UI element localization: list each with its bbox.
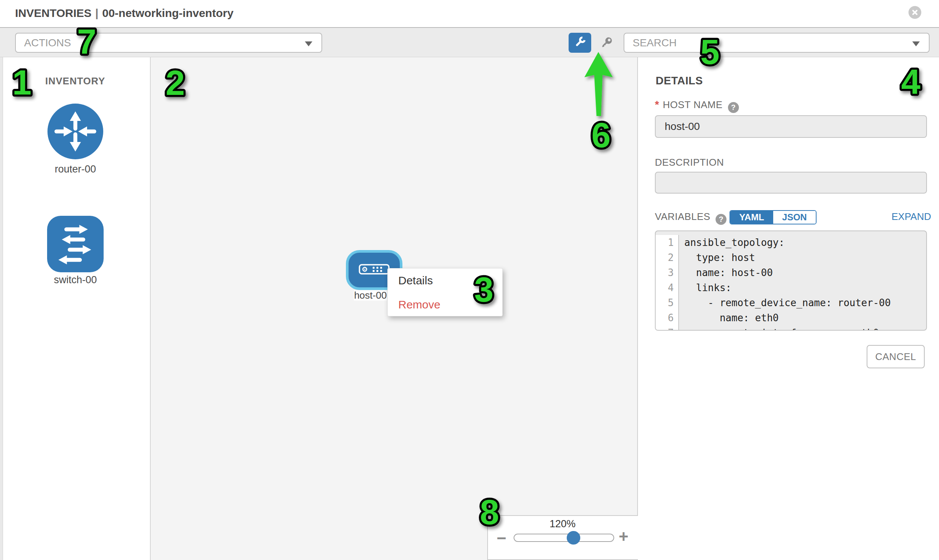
line-text: name: eth0: [679, 310, 779, 325]
line-text: links:: [679, 280, 731, 295]
code-line: 3 name: host-00: [656, 265, 926, 280]
line-number: 7: [656, 325, 679, 331]
sidebar-item-switch-label: switch-00: [45, 274, 105, 286]
cancel-button[interactable]: CANCEL: [867, 345, 925, 368]
variables-label-row: VARIABLES?: [655, 211, 726, 225]
context-menu: Details Remove: [387, 268, 503, 316]
switch-icon: [47, 267, 103, 274]
breadcrumb: INVENTORIES: [15, 7, 92, 19]
app-header: INVENTORIES|00-networking-inventory: [0, 0, 939, 28]
expand-link[interactable]: EXPAND: [891, 211, 931, 223]
key-icon: [598, 35, 614, 53]
help-icon[interactable]: ?: [715, 214, 726, 225]
search-dropdown[interactable]: SEARCH: [624, 33, 930, 53]
required-marker: *: [655, 98, 659, 110]
chevron-down-icon: [305, 42, 312, 46]
variables-label: VARIABLES: [655, 211, 710, 222]
toggle-json-button[interactable]: JSON: [773, 211, 816, 224]
sidebar-item-router[interactable]: [48, 103, 103, 161]
zoom-slider-track[interactable]: [513, 534, 614, 542]
code-line: 4 links:: [656, 280, 926, 295]
line-text: ansible_topology:: [679, 235, 785, 250]
sidebar-item-router-label: router-00: [45, 163, 105, 175]
line-text: type: host: [679, 250, 755, 265]
router-icon: [48, 154, 103, 160]
line-text: remote_interface_name: eth0: [679, 325, 879, 331]
zoom-out-button[interactable]: −: [496, 530, 506, 546]
left-edge-strip: [0, 57, 3, 560]
wrench-icon: [573, 35, 587, 51]
context-menu-item-details[interactable]: Details: [388, 269, 502, 292]
tools-button[interactable]: [569, 33, 591, 53]
line-number: 1: [656, 235, 679, 250]
zoom-percentage: 120%: [487, 518, 638, 530]
host-name-label-row: *HOST NAME?: [655, 98, 739, 113]
code-lines: 1ansible_topology: 2 type: host 3 name: …: [656, 231, 926, 331]
line-number: 4: [656, 280, 679, 295]
line-number: 3: [656, 265, 679, 280]
code-line: 7 remote_interface_name: eth0: [656, 325, 926, 331]
help-icon[interactable]: ?: [728, 102, 739, 113]
actions-dropdown-label: ACTIONS: [24, 37, 71, 49]
zoom-slider-thumb[interactable]: [567, 531, 580, 545]
description-label: DESCRIPTION: [655, 157, 724, 168]
chevron-down-icon: [912, 42, 920, 46]
host-node-label: host-00: [354, 290, 387, 300]
format-toggle: YAML JSON: [729, 210, 817, 225]
close-icon[interactable]: [908, 6, 921, 19]
line-text: name: host-00: [679, 265, 773, 280]
inventory-name: 00-networking-inventory: [102, 7, 233, 19]
line-text: - remote_device_name: router-00: [679, 295, 891, 310]
breadcrumb-separator: |: [92, 7, 102, 19]
toggle-yaml-button[interactable]: YAML: [730, 211, 773, 224]
code-line: 1ansible_topology:: [656, 235, 926, 250]
sidebar-title: INVENTORY: [45, 75, 105, 87]
host-name-label: HOST NAME: [663, 99, 723, 110]
sidebar-item-switch[interactable]: [47, 216, 103, 274]
line-number: 2: [656, 250, 679, 265]
code-line: 6 name: eth0: [656, 310, 926, 325]
key-button[interactable]: [597, 35, 615, 53]
line-number: 6: [656, 310, 679, 325]
line-number: 5: [656, 295, 679, 310]
variables-code-editor[interactable]: 1ansible_topology: 2 type: host 3 name: …: [655, 231, 927, 331]
host-name-input[interactable]: [655, 115, 927, 138]
page-title: INVENTORIES|00-networking-inventory: [15, 7, 234, 20]
description-input[interactable]: [655, 172, 927, 194]
host-server-icon: [358, 264, 390, 277]
code-line: 5 - remote_device_name: router-00: [656, 295, 926, 310]
inventory-topology-page: INVENTORIES|00-networking-inventory ACTI…: [0, 0, 939, 560]
zoom-in-button[interactable]: +: [619, 528, 629, 545]
code-line: 2 type: host: [656, 250, 926, 265]
actions-dropdown[interactable]: ACTIONS: [15, 33, 322, 53]
details-panel-title: DETAILS: [656, 75, 703, 87]
search-dropdown-label: SEARCH: [633, 37, 677, 49]
context-menu-item-remove[interactable]: Remove: [388, 292, 502, 317]
